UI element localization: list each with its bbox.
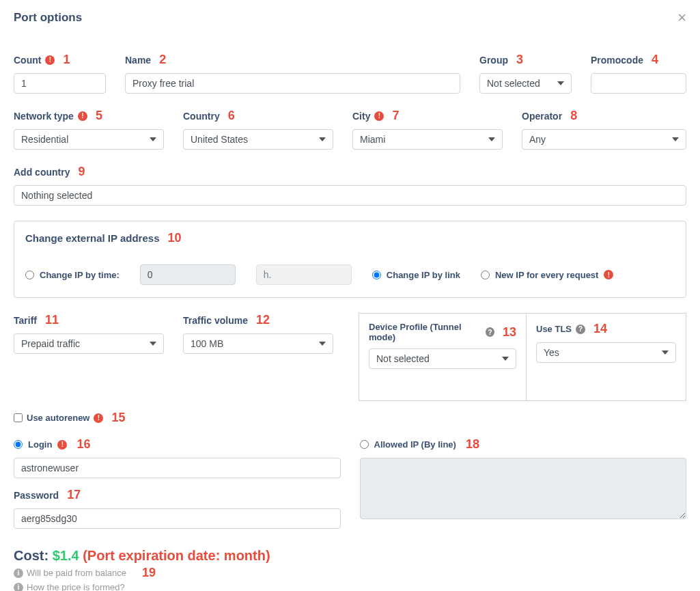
annotation-number: 9 — [78, 165, 85, 179]
hint-balance: i Will be paid from balance 19 — [14, 566, 686, 580]
info-icon: i — [14, 583, 23, 592]
close-button[interactable]: × — [677, 10, 686, 25]
allowed-ip-label: Allowed IP (By line) — [374, 439, 456, 450]
password-label: Password — [14, 490, 59, 501]
tariff-field: Tariff 11 Prepaid traffic — [14, 313, 164, 401]
annotation-number: 17 — [67, 488, 81, 502]
annotation-number: 4 — [652, 53, 658, 67]
ip-time-value-input — [140, 264, 236, 285]
name-field: Name 2 — [125, 53, 460, 94]
operator-field: Operator 8 Any — [522, 109, 686, 150]
info-icon: ! — [57, 440, 67, 450]
allowed-ip-radio[interactable] — [360, 440, 369, 449]
change-ip-link-radio[interactable] — [372, 271, 381, 279]
change-ip-time-radio[interactable] — [25, 271, 34, 279]
cost-amount: $1.4 — [53, 548, 79, 563]
tariff-select[interactable]: Prepaid traffic — [14, 333, 164, 354]
city-select[interactable]: Miami — [352, 129, 503, 150]
hint-balance-text: Will be paid from balance — [27, 568, 126, 578]
group-select[interactable]: Not selected — [479, 73, 572, 94]
tariff-label: Tariff — [14, 315, 37, 326]
annotation-number: 7 — [392, 109, 399, 123]
use-tls-box: Use TLS ? 14 Yes — [526, 313, 686, 401]
annotation-number: 6 — [228, 109, 235, 123]
traffic-volume-field: Traffic volume 12 100 MB — [183, 313, 333, 401]
annotation-number: 15 — [111, 411, 125, 425]
port-options-modal: Port options × Count ! 1 Name 2 — [0, 0, 700, 591]
operator-select[interactable]: Any — [522, 129, 686, 150]
annotation-number: 12 — [256, 313, 270, 327]
help-icon: ? — [486, 327, 494, 337]
add-country-field: Add country 9 — [14, 165, 686, 206]
info-icon: ! — [374, 111, 384, 121]
count-field: Count ! 1 — [14, 53, 106, 94]
name-input[interactable] — [125, 73, 460, 94]
city-field: City ! 7 Miami — [352, 109, 503, 150]
change-ip-link-label: Change IP by link — [387, 270, 460, 280]
modal-title: Port options — [14, 11, 82, 25]
annotation-number: 13 — [503, 325, 516, 340]
annotation-number: 1 — [63, 53, 70, 67]
group-field: Group 3 Not selected — [479, 53, 572, 94]
cost-label: Cost: — [14, 548, 48, 563]
autorenew-row: Use autorenew ! 15 — [14, 411, 686, 425]
count-input[interactable] — [14, 73, 106, 94]
traffic-volume-label: Traffic volume — [183, 315, 248, 326]
device-profile-label: Device Profile (Tunnel mode) — [369, 322, 481, 342]
annotation-number: 16 — [76, 437, 90, 452]
login-option: Login ! 16 — [14, 437, 341, 452]
cost-section: Cost: $1.4 (Port expiration date: month)… — [14, 548, 686, 591]
form-body: Count ! 1 Name 2 Group 3 Not selected — [14, 32, 686, 591]
annotation-number: 2 — [159, 53, 166, 67]
device-profile-select[interactable]: Not selected — [369, 348, 516, 369]
annotation-number: 3 — [516, 53, 523, 67]
info-icon: ! — [94, 413, 103, 423]
new-ip-request-label: New IP for every request — [495, 270, 599, 280]
change-ip-title: Change external IP address — [25, 232, 159, 244]
login-input[interactable] — [14, 458, 341, 478]
password-input[interactable] — [14, 508, 341, 529]
annotation-number: 5 — [96, 109, 102, 123]
autorenew-label: Use autorenew — [27, 413, 89, 423]
traffic-volume-select[interactable]: 100 MB — [183, 333, 333, 354]
promocode-field: Promocode 4 — [591, 53, 686, 94]
login-radio[interactable] — [14, 440, 23, 449]
modal-header: Port options × — [14, 10, 686, 32]
use-tls-label: Use TLS — [536, 324, 572, 334]
annotation-number: 11 — [45, 313, 59, 327]
add-country-label: Add country — [14, 167, 70, 178]
add-country-input[interactable] — [14, 185, 686, 206]
operator-label: Operator — [522, 111, 562, 122]
allowed-ip-option: Allowed IP (By line) 18 — [360, 437, 687, 452]
change-ip-section: Change external IP address 10 Change IP … — [14, 221, 686, 298]
device-profile-box: Device Profile (Tunnel mode) ? 13 Not se… — [359, 313, 526, 401]
info-icon: i — [14, 568, 23, 578]
info-icon: ! — [45, 55, 55, 65]
new-ip-request-option: New IP for every request ! — [481, 270, 614, 280]
network-type-label: Network type — [14, 111, 74, 122]
annotation-number: 14 — [593, 322, 607, 336]
autorenew-checkbox[interactable] — [14, 413, 23, 422]
cost-expiration: (Port expiration date: month) — [83, 548, 270, 563]
count-label: Count — [14, 55, 41, 66]
country-field: Country 6 United States — [183, 109, 333, 150]
annotation-number: 19 — [142, 566, 156, 580]
annotation-number: 10 — [167, 231, 181, 245]
new-ip-request-radio[interactable] — [481, 271, 490, 279]
info-icon: ! — [604, 270, 613, 279]
name-label: Name — [125, 55, 151, 66]
promocode-input[interactable] — [591, 73, 686, 94]
use-tls-select[interactable]: Yes — [536, 342, 676, 363]
network-type-field: Network type ! 5 Residential — [14, 109, 164, 150]
annotation-number: 8 — [570, 109, 577, 123]
allowed-ip-textarea — [360, 458, 687, 519]
hint-price-text: How the price is formed? — [27, 582, 125, 591]
login-label: Login — [28, 439, 52, 450]
country-select[interactable]: United States — [183, 129, 333, 150]
group-label: Group — [479, 55, 508, 66]
help-icon: ? — [576, 325, 585, 334]
city-label: City — [352, 111, 370, 122]
promocode-label: Promocode — [591, 55, 643, 66]
network-type-select[interactable]: Residential — [14, 129, 164, 150]
annotation-number: 18 — [466, 437, 479, 452]
